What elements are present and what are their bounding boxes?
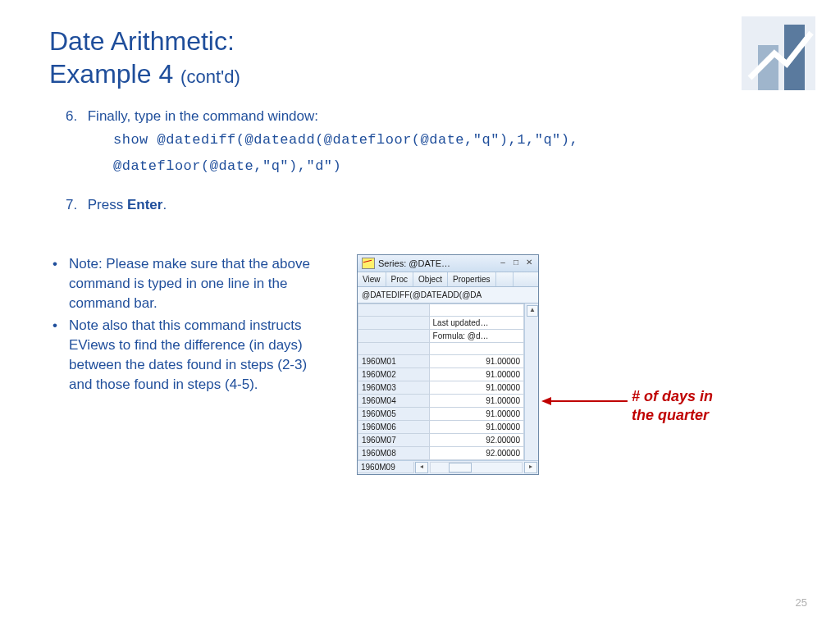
toolbar-view[interactable]: View <box>358 272 386 286</box>
scroll-thumb[interactable] <box>449 463 472 472</box>
title-line2: Example 4 <box>49 59 173 89</box>
notes-block: •Note: Please make sure that the above c… <box>52 254 331 398</box>
horizontal-scrollbar[interactable]: 1960M09 ◂ ▸ <box>358 460 538 474</box>
toolbar-more[interactable] <box>496 272 514 286</box>
window-toolbar: View Proc Object Properties <box>358 272 538 287</box>
callout-line2: the quarter <box>632 407 709 423</box>
callout-arrow <box>541 397 628 405</box>
table-row: 1960M0591.00000 <box>358 408 524 421</box>
note-1: Note: Please make sure that the above co… <box>69 254 331 313</box>
toolbar-properties[interactable]: Properties <box>448 272 496 286</box>
toolbar-proc[interactable]: Proc <box>386 272 414 286</box>
formula-label: Formula: @d… <box>429 330 523 343</box>
title-line1: Date Arithmetic: <box>49 26 235 56</box>
step-7: 7. Press Enter. <box>66 194 791 216</box>
callout-text: # of days in the quarter <box>632 387 713 426</box>
svg-marker-1 <box>541 397 551 405</box>
table-row: 1960M0691.00000 <box>358 421 524 434</box>
scroll-left-button[interactable]: ◂ <box>415 462 428 473</box>
logo <box>742 16 815 90</box>
scroll-track[interactable] <box>430 462 523 473</box>
formula-bar: @DATEDIFF(@DATEADD(@DA <box>358 287 538 304</box>
scroll-up-button[interactable]: ▲ <box>527 305 538 317</box>
step-7-prefix: Press <box>88 197 127 212</box>
minimize-button[interactable]: – <box>498 258 508 268</box>
code-line-2: @datefloor(@date,"q"),"d") <box>113 153 791 179</box>
table-row: 1960M0792.00000 <box>358 434 524 447</box>
toolbar-object[interactable]: Object <box>413 272 448 286</box>
step-6-number: 6. <box>66 105 84 127</box>
close-button[interactable]: ✕ <box>524 258 534 268</box>
callout-line1: # of days in <box>632 388 713 404</box>
eviews-series-window: Series: @DATE… – □ ✕ View Proc Object Pr… <box>357 254 539 475</box>
window-title: Series: @DATE… <box>378 258 495 268</box>
last-row-key: 1960M09 <box>358 462 414 473</box>
maximize-button[interactable]: □ <box>511 258 521 268</box>
table-row: 1960M0391.00000 <box>358 381 524 395</box>
code-line-1: show @datediff(@dateadd(@datefloor(@date… <box>113 127 791 153</box>
step-6: 6. Finally, type in the command window: <box>66 105 791 127</box>
slide-title: Date Arithmetic: Example 4 (cont'd) <box>49 25 791 90</box>
step-7-number: 7. <box>66 194 84 216</box>
table-row: 1960M0491.00000 <box>358 395 524 408</box>
note-2: Note also that this command instructs EV… <box>69 316 331 394</box>
vertical-scrollbar[interactable]: ▲ <box>524 304 538 460</box>
title-contd: (cont'd) <box>180 66 240 87</box>
data-table: Last updated… Formula: @d… 1960M0191.000… <box>358 304 524 460</box>
table-row: 1960M0191.00000 <box>358 355 524 368</box>
table-row: 1960M0291.00000 <box>358 368 524 381</box>
step-7-bold: Enter <box>127 197 162 212</box>
page-number: 25 <box>796 596 807 609</box>
scroll-right-button[interactable]: ▸ <box>524 462 537 473</box>
series-icon <box>362 258 375 269</box>
window-titlebar[interactable]: Series: @DATE… – □ ✕ <box>358 255 538 272</box>
table-row: 1960M0892.00000 <box>358 447 524 460</box>
step-7-suffix: . <box>162 197 167 212</box>
last-updated: Last updated… <box>429 317 523 330</box>
step-6-text: Finally, type in the command window: <box>88 108 318 124</box>
